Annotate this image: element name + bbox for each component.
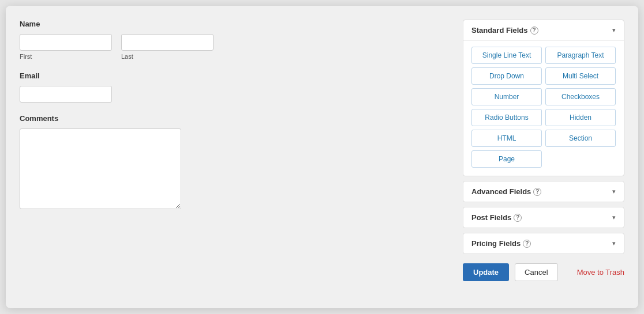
post-fields-accordion: Post Fields ? ▾	[463, 207, 624, 228]
standard-fields-header[interactable]: Standard Fields ? ▾	[463, 20, 624, 40]
standard-fields-grid: Single Line Text Paragraph Text Drop Dow…	[471, 47, 616, 168]
fields-panel: Standard Fields ? ▾ Single Line Text Par…	[463, 20, 624, 294]
comments-textarea[interactable]	[20, 128, 181, 209]
field-btn-hidden[interactable]: Hidden	[545, 109, 616, 126]
comments-label: Comments	[20, 114, 449, 123]
standard-fields-title: Standard Fields ?	[471, 26, 538, 35]
field-btn-checkboxes[interactable]: Checkboxes	[545, 88, 616, 105]
cancel-button[interactable]: Cancel	[515, 263, 557, 281]
pricing-fields-chevron: ▾	[612, 240, 616, 247]
name-row: First Last	[20, 34, 449, 60]
first-label: First	[20, 53, 112, 60]
name-field-group: Name First Last	[20, 20, 449, 60]
trash-button[interactable]: Move to Trash	[577, 268, 624, 277]
post-fields-help-icon[interactable]: ?	[514, 214, 522, 222]
standard-fields-body: Single Line Text Paragraph Text Drop Dow…	[463, 40, 624, 176]
standard-fields-help-icon[interactable]: ?	[530, 27, 538, 35]
form-panel: Name First Last Email Comments	[20, 20, 449, 294]
standard-fields-accordion: Standard Fields ? ▾ Single Line Text Par…	[463, 20, 624, 176]
field-btn-section[interactable]: Section	[545, 130, 616, 147]
advanced-fields-help-icon[interactable]: ?	[533, 188, 541, 196]
last-label: Last	[121, 53, 214, 60]
field-btn-number[interactable]: Number	[471, 88, 542, 105]
field-btn-drop-down[interactable]: Drop Down	[471, 67, 542, 85]
field-btn-multi-select[interactable]: Multi Select	[545, 67, 616, 85]
advanced-fields-chevron: ▾	[612, 188, 616, 195]
advanced-fields-header[interactable]: Advanced Fields ? ▾	[463, 181, 624, 202]
email-label: Email	[20, 71, 449, 80]
pricing-fields-header[interactable]: Pricing Fields ? ▾	[463, 233, 624, 254]
standard-fields-chevron: ▾	[612, 27, 616, 34]
main-window: Name First Last Email Comments	[6, 6, 638, 308]
pricing-fields-help-icon[interactable]: ?	[523, 240, 531, 248]
last-name-input[interactable]	[121, 34, 214, 51]
first-name-input[interactable]	[20, 34, 112, 51]
field-btn-page[interactable]: Page	[471, 150, 542, 168]
first-name-col: First	[20, 34, 112, 60]
field-btn-paragraph-text[interactable]: Paragraph Text	[545, 47, 616, 64]
advanced-fields-accordion: Advanced Fields ? ▾	[463, 181, 624, 202]
field-btn-radio-buttons[interactable]: Radio Buttons	[471, 109, 542, 126]
name-label: Name	[20, 20, 449, 28]
email-input[interactable]	[20, 86, 112, 103]
email-field-group: Email	[20, 71, 449, 103]
pricing-fields-accordion: Pricing Fields ? ▾	[463, 233, 624, 254]
field-btn-html[interactable]: HTML	[471, 130, 542, 147]
form-actions: Update Cancel Move to Trash	[463, 263, 624, 281]
field-btn-single-line-text[interactable]: Single Line Text	[471, 47, 542, 64]
post-fields-chevron: ▾	[612, 214, 616, 221]
pricing-fields-title: Pricing Fields ?	[471, 239, 531, 248]
update-button[interactable]: Update	[463, 263, 509, 281]
post-fields-header[interactable]: Post Fields ? ▾	[463, 207, 624, 228]
advanced-fields-title: Advanced Fields ?	[471, 187, 541, 196]
last-name-col: Last	[121, 34, 214, 60]
comments-field-group: Comments	[20, 114, 449, 209]
post-fields-title: Post Fields ?	[471, 213, 522, 222]
